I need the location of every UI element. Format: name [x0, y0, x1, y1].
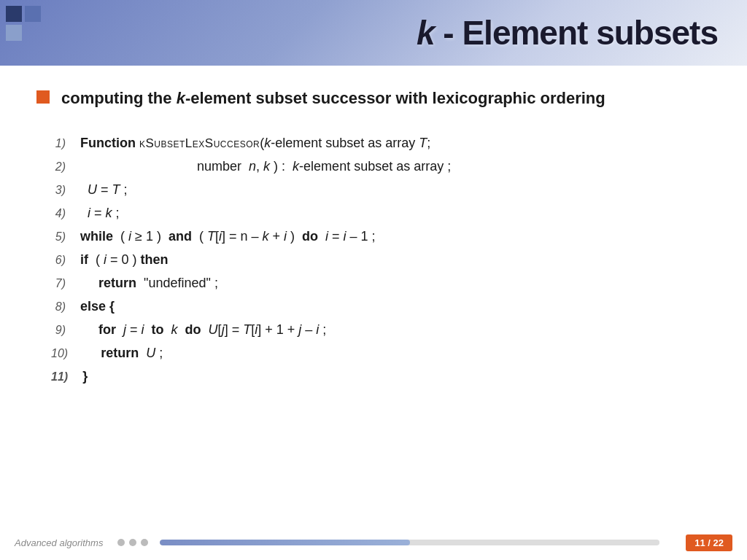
line-num-10: 10): [51, 343, 82, 364]
title-rest: - Element subsets: [435, 14, 718, 52]
code-line-2: 2) number n, k ) : k-element subset as a…: [51, 155, 711, 179]
line-content-9: for j = i to k do U[j] = T[i] + 1 + j – …: [80, 319, 711, 342]
slide-footer: Advanced algorithms 11 / 22: [0, 525, 747, 560]
line-content-8: else {: [80, 295, 711, 319]
code-line-6: 6) if ( i = 0 ) then: [51, 249, 711, 272]
code-line-8: 8) else {: [51, 295, 711, 319]
progress-bar-fill: [160, 540, 409, 545]
bullet-text: computing the k-element subset successor…: [61, 88, 605, 110]
line-num-7: 7): [51, 273, 80, 294]
code-line-7: 7) return "undefined" ;: [51, 272, 711, 295]
code-line-9: 9) for j = i to k do U[j] = T[i] + 1 + j…: [51, 319, 711, 342]
logo-square-2: [25, 6, 41, 22]
line-num-4: 4): [51, 203, 80, 224]
line-num-11: 11): [51, 367, 82, 387]
line-num-8: 8): [51, 297, 80, 317]
line-content-11: }: [82, 365, 711, 389]
line-content-7: return "undefined" ;: [80, 272, 711, 295]
line-content-4: i = k ;: [80, 202, 711, 225]
line-content-10: return U ;: [82, 342, 711, 365]
code-line-4: 4) i = k ;: [51, 202, 711, 225]
line-num-5: 5): [51, 227, 80, 247]
line-num-1: 1): [51, 133, 80, 154]
line-num-9: 9): [51, 320, 80, 341]
code-line-1: 1) Function kSubsetLexSuccesor(k-element…: [51, 132, 711, 155]
line-num-6: 6): [51, 250, 80, 271]
page-number: 11 / 22: [686, 534, 732, 551]
logo: [6, 6, 41, 41]
footer-middle: [117, 539, 671, 546]
bullet-k: k: [177, 89, 185, 107]
footer-dots: [117, 539, 148, 546]
bullet-point: computing the k-element subset successor…: [36, 88, 711, 110]
line-num-3: 3): [51, 180, 80, 201]
line-num-2: 2): [51, 157, 80, 177]
code-line-11: 11) }: [51, 365, 711, 389]
line-content-1: Function kSubsetLexSuccesor(k-element su…: [80, 132, 711, 155]
line-content-2: number n, k ) : k-element subset as arra…: [80, 155, 711, 179]
code-line-10: 10) return U ;: [51, 342, 711, 365]
title-k: k: [417, 14, 435, 52]
footer-dot-2: [129, 539, 136, 546]
code-block: 1) Function kSubsetLexSuccesor(k-element…: [36, 132, 711, 389]
progress-bar-container: [160, 540, 659, 545]
logo-square-1: [6, 6, 22, 22]
line-content-3: U = T ;: [80, 179, 711, 202]
code-line-3: 3) U = T ;: [51, 179, 711, 202]
footer-dot-3: [141, 539, 148, 546]
bullet-icon: [36, 90, 50, 104]
slide-title: k - Element subsets: [417, 13, 718, 52]
footer-dot-1: [117, 539, 125, 546]
logo-square-3: [6, 25, 22, 41]
slide-content: computing the k-element subset successor…: [0, 66, 747, 403]
line-content-5: while ( i ≥ 1 ) and ( T[i] = n – k + i )…: [80, 225, 711, 249]
code-line-5: 5) while ( i ≥ 1 ) and ( T[i] = n – k + …: [51, 225, 711, 249]
slide-header: k - Element subsets: [0, 0, 747, 66]
course-name: Advanced algorithms: [15, 537, 103, 548]
line-content-6: if ( i = 0 ) then: [80, 249, 711, 272]
